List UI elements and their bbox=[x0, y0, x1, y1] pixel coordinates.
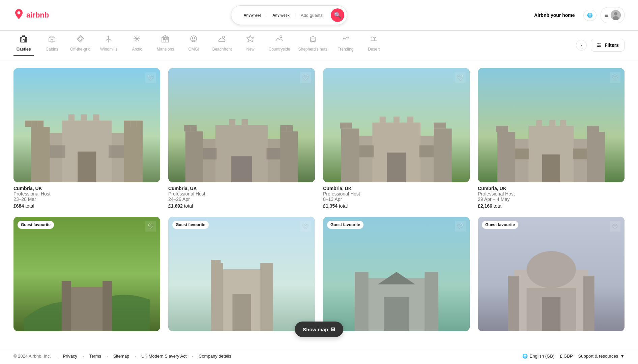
category-windmills[interactable]: Windmills bbox=[98, 35, 119, 56]
search-week[interactable]: Any week bbox=[267, 13, 295, 17]
footer-sitemap[interactable]: Sitemap bbox=[113, 354, 129, 358]
wishlist-button-4[interactable]: ♡ bbox=[610, 72, 620, 83]
wishlist-button-8[interactable]: ♡ bbox=[610, 221, 620, 232]
listing-card-4[interactable]: ♡ Cumbria, UK Professional Host 29 Apr –… bbox=[478, 68, 625, 209]
svg-rect-78 bbox=[346, 122, 352, 128]
wishlist-button-7[interactable]: ♡ bbox=[455, 221, 466, 232]
category-beachfront[interactable]: Beachfront bbox=[212, 35, 232, 56]
footer-globe-icon: 🌐 bbox=[522, 354, 528, 358]
svg-rect-102 bbox=[62, 281, 71, 331]
svg-rect-103 bbox=[103, 281, 112, 331]
category-shepherds-huts[interactable]: Shepherd's huts bbox=[298, 35, 327, 56]
listing-card-1[interactable]: ♡ Cumbria, UK Professional Host 23–28 Ma… bbox=[13, 68, 160, 209]
listing-price-2: £1,692 total bbox=[168, 203, 315, 209]
listing-dates-1: 23–28 Mar bbox=[13, 196, 160, 202]
user-avatar bbox=[611, 10, 621, 20]
wishlist-button-6[interactable]: ♡ bbox=[300, 221, 311, 232]
svg-rect-119 bbox=[542, 297, 560, 331]
listing-price-3: £1,354 total bbox=[323, 203, 470, 209]
svg-rect-7 bbox=[21, 37, 22, 38]
category-nav-arrow[interactable]: › bbox=[576, 40, 587, 51]
heart-icon-6: ♡ bbox=[302, 222, 309, 230]
svg-rect-95 bbox=[536, 120, 542, 126]
search-guests[interactable]: Add guests bbox=[295, 13, 328, 18]
footer-terms[interactable]: Terms bbox=[89, 354, 101, 358]
category-cabins[interactable]: Cabins bbox=[42, 35, 62, 56]
svg-rect-57 bbox=[78, 151, 96, 182]
svg-rect-12 bbox=[23, 39, 24, 42]
svg-point-32 bbox=[223, 36, 225, 38]
svg-rect-26 bbox=[166, 38, 167, 40]
footer-left: © 2024 Airbnb, Inc. · Privacy · Terms · … bbox=[13, 354, 231, 358]
logo[interactable]: airbnb bbox=[13, 9, 49, 22]
listing-host-3: Professional Host bbox=[323, 191, 470, 196]
heart-icon-8: ♡ bbox=[612, 222, 618, 230]
category-trending[interactable]: Trending bbox=[336, 35, 356, 56]
language-button[interactable]: 🌐 bbox=[583, 10, 597, 21]
category-new[interactable]: New bbox=[240, 35, 260, 56]
listing-info-2: Cumbria, UK Professional Host 24–29 Apr … bbox=[168, 182, 315, 209]
listing-image-8: Guest favourite ♡ bbox=[478, 217, 625, 331]
shepherds-huts-icon bbox=[309, 35, 317, 45]
listing-card-5[interactable]: Guest favourite ♡ bbox=[13, 217, 160, 331]
svg-rect-45 bbox=[31, 127, 50, 182]
listing-card-2[interactable]: ♡ Cumbria, UK Professional Host 24–29 Ap… bbox=[168, 68, 315, 209]
svg-rect-75 bbox=[434, 128, 452, 182]
language-selector[interactable]: 🌐 English (GB) bbox=[522, 354, 555, 358]
mansions-icon bbox=[161, 35, 169, 45]
wishlist-button-1[interactable]: ♡ bbox=[145, 72, 156, 83]
listing-card-3[interactable]: ♡ Cumbria, UK Professional Host 8–13 Apr… bbox=[323, 68, 470, 209]
search-button[interactable]: 🔍 bbox=[331, 8, 344, 22]
listing-price-value-2: £1,692 bbox=[168, 203, 183, 209]
category-castles[interactable]: Castles bbox=[13, 35, 34, 56]
category-omg[interactable]: OMG! bbox=[183, 35, 204, 56]
airbnb-your-home-button[interactable]: Airbnb your home bbox=[529, 9, 580, 21]
listing-card-8[interactable]: Guest favourite ♡ bbox=[478, 217, 625, 331]
map-icon: ⊞ bbox=[331, 326, 335, 332]
category-mansions[interactable]: Mansions bbox=[155, 35, 175, 56]
listing-card-7[interactable]: Guest favourite ♡ bbox=[323, 217, 470, 331]
svg-rect-67 bbox=[287, 125, 293, 131]
svg-marker-15 bbox=[78, 37, 82, 41]
user-menu-button[interactable]: ≡ bbox=[601, 7, 625, 23]
svg-rect-61 bbox=[185, 131, 203, 183]
airbnb-logo-text: airbnb bbox=[26, 11, 49, 20]
footer-privacy[interactable]: Privacy bbox=[63, 354, 77, 358]
currency-selector[interactable]: £ GBP bbox=[560, 354, 573, 358]
svg-rect-51 bbox=[124, 121, 130, 127]
category-arctic[interactable]: Arctic bbox=[127, 35, 147, 56]
listing-price-suffix-1: total bbox=[25, 203, 34, 209]
svg-rect-70 bbox=[231, 156, 252, 183]
show-map-button[interactable]: Show map ⊞ bbox=[295, 322, 343, 337]
windmills-icon bbox=[105, 35, 113, 45]
footer-company[interactable]: Company details bbox=[199, 354, 231, 358]
svg-rect-89 bbox=[587, 132, 605, 182]
main-content: ♡ Cumbria, UK Professional Host 23–28 Ma… bbox=[0, 60, 638, 358]
svg-rect-111 bbox=[355, 272, 369, 331]
category-off-grid[interactable]: Off-the-grid bbox=[70, 35, 90, 56]
new-icon bbox=[246, 35, 254, 45]
search-anywhere[interactable]: Anywhere bbox=[238, 13, 267, 17]
svg-rect-96 bbox=[549, 120, 555, 126]
svg-rect-54 bbox=[68, 114, 74, 120]
guest-favourite-badge-7: Guest favourite bbox=[327, 221, 364, 229]
week-label: Any week bbox=[272, 13, 290, 17]
listings-grid-row2: Guest favourite ♡ bbox=[13, 217, 625, 331]
svg-rect-69 bbox=[241, 119, 248, 125]
search-icon: 🔍 bbox=[334, 11, 341, 19]
footer: © 2024 Airbnb, Inc. · Privacy · Terms · … bbox=[0, 348, 638, 358]
footer-slavery-act[interactable]: UK Modern Slavery Act bbox=[141, 354, 186, 358]
category-desert[interactable]: Desert bbox=[364, 35, 384, 56]
wishlist-button-5[interactable]: ♡ bbox=[145, 221, 156, 232]
wishlist-button-3[interactable]: ♡ bbox=[455, 72, 466, 83]
support-label: Support & resources bbox=[578, 354, 618, 358]
support-resources[interactable]: Support & resources ▼ bbox=[578, 354, 625, 358]
desert-icon bbox=[370, 35, 378, 45]
wishlist-button-2[interactable]: ♡ bbox=[300, 72, 311, 83]
filters-button[interactable]: Filters bbox=[591, 39, 625, 52]
category-omg-label: OMG! bbox=[188, 47, 199, 52]
heart-icon-1: ♡ bbox=[148, 73, 154, 82]
listing-price-4: £2,166 total bbox=[478, 203, 625, 209]
listing-card-6[interactable]: Guest favourite ♡ bbox=[168, 217, 315, 331]
category-countryside[interactable]: Countryside bbox=[268, 35, 290, 56]
